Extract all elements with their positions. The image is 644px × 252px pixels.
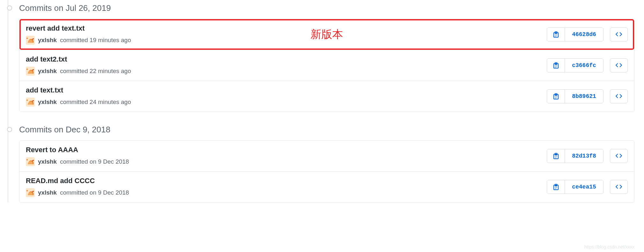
commit-row: revert add text.txt yxlshk committed 19 … [19,19,634,50]
commit-actions: 82d13f8 [547,149,628,163]
sha-button-group: c3666fc [547,58,604,72]
code-icon [615,93,622,100]
commit-time: committed on 9 Dec 2018 [60,158,129,165]
commit-time: committed 19 minutes ago [60,37,131,44]
date-header: Commits on Dec 9, 2018 [19,123,644,135]
date-group: Commits on Dec 9, 2018 Revert to AAAA yx… [2,122,644,203]
commit-body: READ.md add CCCC yxlshk committed on 9 D… [26,177,547,197]
code-icon [615,152,622,159]
commit-actions: ce4ea15 [547,180,628,194]
commit-meta: yxlshk committed 19 minutes ago [26,36,547,45]
author-link[interactable]: yxlshk [38,99,57,106]
browse-repo-button[interactable] [610,149,628,163]
code-icon [615,31,622,38]
sha-button-group: 82d13f8 [547,149,604,163]
sha-button-group: 46628d6 [547,27,604,41]
sha-link[interactable]: ce4ea15 [565,180,603,194]
commit-row: Revert to AAAA yxlshk committed on 9 Dec… [19,141,634,172]
commits-timeline: Commits on Jul 26, 2019 revert add text.… [0,0,644,203]
copy-sha-button[interactable] [547,59,565,72]
clipboard-icon [553,31,560,38]
commit-body: add text.txt yxlshk committed 24 minutes… [26,86,547,107]
commit-body: add text2.txt yxlshk committed 22 minute… [26,55,547,76]
clipboard-icon [553,183,560,190]
commit-body: Revert to AAAA yxlshk committed on 9 Dec… [26,146,547,166]
commit-actions: 8b89621 [547,89,628,103]
commit-title-link[interactable]: READ.md add CCCC [26,177,547,185]
commit-title-link[interactable]: revert add text.txt [26,24,547,33]
sha-button-group: ce4ea15 [547,180,604,194]
date-group: Commits on Jul 26, 2019 revert add text.… [2,0,644,112]
date-header: Commits on Jul 26, 2019 [19,2,644,13]
commit-meta: yxlshk committed 22 minutes ago [26,67,547,76]
commit-time: committed 22 minutes ago [60,68,131,75]
code-icon [615,62,622,69]
copy-sha-button[interactable] [547,28,565,41]
commit-row: READ.md add CCCC yxlshk committed on 9 D… [19,172,634,202]
clipboard-icon [553,152,560,159]
commit-time: committed on 9 Dec 2018 [60,189,129,196]
clipboard-icon [553,62,560,69]
copy-sha-button[interactable] [547,90,565,103]
code-icon [615,183,622,190]
author-link[interactable]: yxlshk [38,37,57,44]
author-link[interactable]: yxlshk [38,68,57,75]
sha-link[interactable]: 82d13f8 [565,149,603,163]
author-link[interactable]: yxlshk [38,158,57,165]
commit-list: revert add text.txt yxlshk committed 19 … [19,19,634,112]
commit-meta: yxlshk committed 24 minutes ago [26,98,547,107]
timeline-marker-icon [7,5,12,11]
commit-list: Revert to AAAA yxlshk committed on 9 Dec… [19,140,634,203]
browse-repo-button[interactable] [610,89,628,103]
commit-actions: c3666fc [547,58,628,72]
commit-time: committed 24 minutes ago [60,99,131,106]
sha-link[interactable]: 46628d6 [565,28,603,41]
sha-link[interactable]: 8b89621 [565,90,603,103]
avatar[interactable] [26,67,35,76]
commit-meta: yxlshk committed on 9 Dec 2018 [26,157,547,166]
commit-title-link[interactable]: Revert to AAAA [26,146,547,154]
commit-row: add text2.txt yxlshk committed 22 minute… [19,50,634,81]
clipboard-icon [553,93,560,100]
commit-meta: yxlshk committed on 9 Dec 2018 [26,188,547,197]
commit-title-link[interactable]: add text2.txt [26,55,547,63]
copy-sha-button[interactable] [547,180,565,194]
author-link[interactable]: yxlshk [38,189,57,196]
browse-repo-button[interactable] [610,58,628,72]
commit-actions: 46628d6 [547,27,628,41]
avatar[interactable] [26,98,35,107]
browse-repo-button[interactable] [610,27,628,41]
avatar[interactable] [26,157,35,166]
timeline-marker-icon [7,127,12,132]
copy-sha-button[interactable] [547,149,565,163]
avatar[interactable] [26,188,35,197]
browse-repo-button[interactable] [610,180,628,194]
commit-row: add text.txt yxlshk committed 24 minutes… [19,81,634,112]
avatar[interactable] [26,36,35,45]
commit-body: revert add text.txt yxlshk committed 19 … [26,24,547,45]
sha-button-group: 8b89621 [547,89,604,103]
commit-title-link[interactable]: add text.txt [26,86,547,94]
sha-link[interactable]: c3666fc [565,59,603,72]
